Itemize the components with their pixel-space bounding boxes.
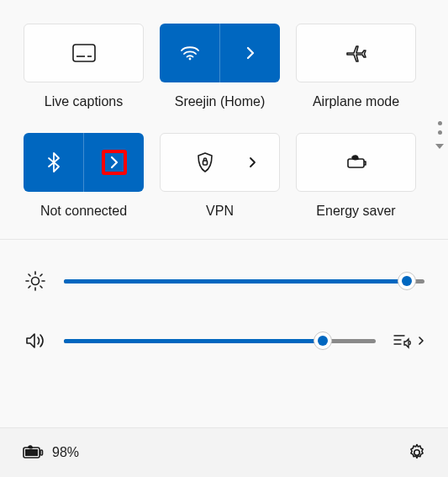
tile-airplane-wrap: Airplane mode [296,24,416,109]
captions-icon [72,44,96,62]
tile-bluetooth-wrap: Not connected [24,133,144,219]
brightness-slider[interactable] [64,272,424,290]
chevron-right-icon [249,156,256,168]
volume-row [24,331,424,351]
svg-rect-0 [73,45,95,61]
slider-thumb[interactable] [398,272,416,290]
gear-icon [408,443,426,462]
tile-vpn-wrap: VPN [160,133,280,219]
bluetooth-icon [47,151,61,173]
tile-wifi [160,24,280,82]
tile-wifi-expand[interactable] [219,24,280,82]
svg-line-11 [29,274,30,276]
tile-vpn-toggle[interactable] [161,134,249,191]
speaker-icon [24,331,47,351]
tile-bluetooth-toggle[interactable] [24,133,83,192]
airplane-icon [345,43,367,63]
tile-live-captions[interactable] [24,24,144,82]
battery-text: 98% [52,445,79,460]
svg-rect-20 [25,449,38,456]
tile-energy-wrap: Energy saver [296,133,416,219]
svg-point-6 [32,278,40,285]
panel-edge-indicator[interactable] [435,121,445,150]
svg-point-3 [188,58,191,61]
volume-slider[interactable] [64,331,376,350]
svg-line-13 [29,286,30,288]
caret-down-icon [435,143,445,150]
svg-rect-19 [40,450,43,455]
tile-wifi-wrap: Sreejin (Home) [160,24,280,109]
chevron-right-icon [418,336,424,346]
tile-airplane-label: Airplane mode [313,94,399,109]
slider-thumb[interactable] [314,331,332,350]
battery-icon [22,445,44,460]
brightness-row [24,270,424,292]
tile-airplane[interactable] [296,24,416,82]
tile-bluetooth-label: Not connected [40,204,127,219]
tile-vpn-label: VPN [206,204,234,219]
tiles-grid: Live captions [0,0,448,239]
tile-bluetooth [24,133,144,192]
tile-energy-label: Energy saver [316,204,395,219]
shield-lock-icon [196,151,214,173]
svg-rect-4 [203,161,207,165]
tile-energy[interactable] [296,133,416,192]
svg-marker-5 [435,144,444,149]
tile-vpn-expand[interactable] [249,134,279,191]
svg-line-14 [40,274,42,276]
tile-live-captions-label: Live captions [45,94,123,109]
dot-icon [438,121,442,125]
tile-wifi-toggle[interactable] [160,24,219,82]
sliders-section [0,239,448,376]
chevron-right-icon [245,45,256,61]
leaf-battery-icon [345,153,368,172]
audio-output-icon [393,332,413,349]
svg-point-21 [414,450,419,455]
highlight-box [102,150,127,175]
settings-button[interactable] [408,443,426,462]
tile-wifi-label: Sreejin (Home) [175,94,266,109]
tile-vpn [160,133,280,192]
dot-icon [438,130,442,135]
chevron-right-icon [109,155,119,170]
quick-settings-panel: Live captions [0,0,448,477]
footer-bar: 98% [0,427,448,477]
wifi-icon [180,45,200,61]
tile-bluetooth-expand[interactable] [83,133,144,192]
svg-line-12 [40,286,42,288]
volume-output-button[interactable] [393,332,424,349]
brightness-icon [24,270,47,292]
tile-live-captions-wrap: Live captions [24,24,144,109]
battery-status[interactable]: 98% [22,445,79,460]
